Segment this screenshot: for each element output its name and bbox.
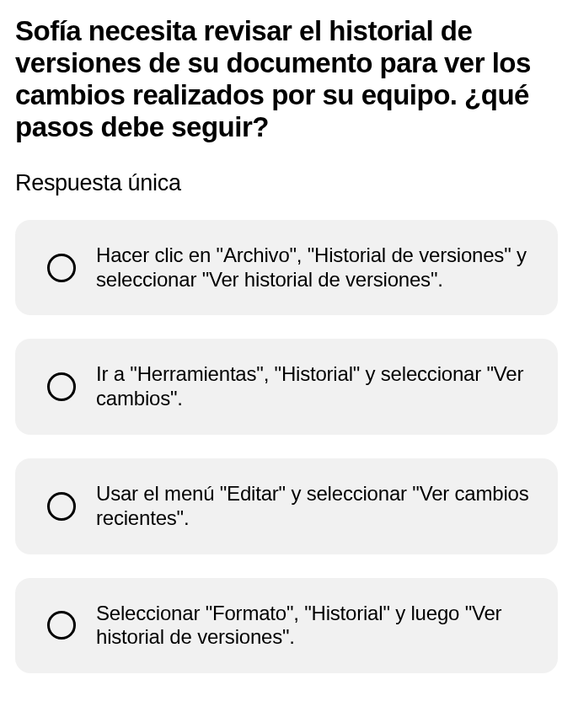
- question-subtitle: Respuesta única: [15, 170, 558, 196]
- option-4[interactable]: Seleccionar "Formato", "Historial" y lue…: [15, 578, 558, 674]
- option-text: Usar el menú "Editar" y seleccionar "Ver…: [96, 482, 536, 531]
- radio-icon: [47, 611, 76, 640]
- question-title: Sofía necesita revisar el historial de v…: [15, 15, 558, 143]
- option-3[interactable]: Usar el menú "Editar" y seleccionar "Ver…: [15, 458, 558, 554]
- option-text: Seleccionar "Formato", "Historial" y lue…: [96, 602, 536, 650]
- option-text: Ir a "Herramientas", "Historial" y selec…: [96, 362, 536, 411]
- options-container: Hacer clic en "Archivo", "Historial de v…: [15, 220, 558, 673]
- radio-icon: [47, 492, 76, 521]
- option-1[interactable]: Hacer clic en "Archivo", "Historial de v…: [15, 220, 558, 316]
- option-text: Hacer clic en "Archivo", "Historial de v…: [96, 244, 536, 292]
- radio-icon: [47, 254, 76, 282]
- option-2[interactable]: Ir a "Herramientas", "Historial" y selec…: [15, 339, 558, 435]
- radio-icon: [47, 372, 76, 401]
